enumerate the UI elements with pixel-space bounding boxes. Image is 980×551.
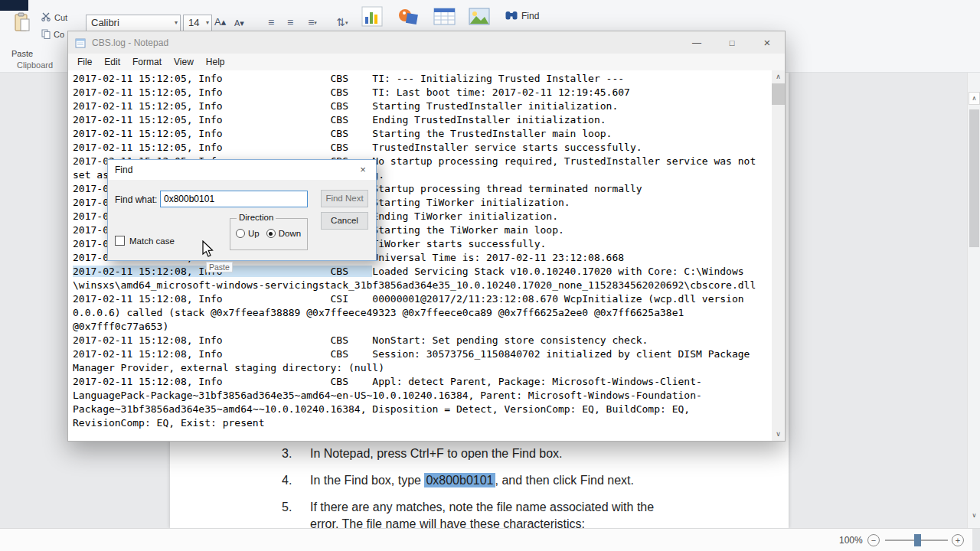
find-dialog-body: Find what: Find Next Cancel Direction Up…	[108, 180, 376, 260]
log-line: 2017-02-11 15:12:05, Info CBS TrustedIns…	[73, 141, 772, 155]
menu-help[interactable]: Help	[200, 54, 231, 70]
paste-tooltip: Paste	[206, 262, 233, 272]
dialog-close-button[interactable]: ×	[350, 160, 376, 180]
zoom-in-button[interactable]: +	[952, 534, 964, 546]
list-text: In Notepad, press Ctrl+F to open the Fin…	[310, 447, 563, 460]
line-spacing-icon: ⇅	[336, 16, 345, 28]
decrease-indent-button[interactable]: ≡	[262, 16, 280, 31]
minimize-button[interactable]: —	[679, 31, 714, 54]
menu-file[interactable]: File	[71, 54, 98, 70]
log-line-rest: Loaded Servicing Stack v10.0.10240.17020…	[372, 266, 743, 277]
notepad-vertical-scrollbar[interactable]: ∧ ∨	[772, 70, 785, 441]
scroll-up-button[interactable]: ∧	[969, 92, 980, 105]
paste-button[interactable]: Paste	[6, 11, 38, 61]
find-next-button[interactable]: Find Next	[321, 190, 368, 207]
list-number: 5.	[282, 500, 310, 514]
log-line: Manager Provider, external staging direc…	[73, 361, 772, 375]
cancel-button[interactable]: Cancel	[321, 212, 368, 230]
find-what-input[interactable]	[160, 191, 308, 207]
log-line: 2017-02-11 15:12:05, Info CBS TI: --- In…	[73, 72, 772, 86]
find-what-label: Find what:	[115, 194, 157, 205]
chevron-up-icon: ∧	[972, 95, 977, 102]
binoculars-icon	[505, 10, 518, 22]
match-case-label: Match case	[129, 236, 175, 246]
scroll-up-button[interactable]: ∧	[772, 70, 785, 83]
menu-format[interactable]: Format	[126, 54, 168, 70]
close-icon: ×	[764, 36, 771, 49]
radio-unchecked-icon	[236, 229, 245, 238]
find-dialog-titlebar[interactable]: Find	[108, 160, 376, 180]
copy-label: Co	[54, 30, 64, 39]
close-button[interactable]: ×	[750, 31, 785, 54]
chevron-down-icon: ▾	[175, 19, 178, 26]
zoom-out-button[interactable]: −	[867, 534, 880, 546]
notepad-titlebar[interactable]: CBS.log - Notepad — □ ×	[68, 31, 785, 54]
copy-button[interactable]: Co	[41, 28, 64, 41]
list-number: 3.	[282, 447, 310, 461]
match-case-checkbox[interactable]: Match case	[115, 236, 175, 246]
scrollbar-thumb[interactable]	[969, 109, 979, 247]
find-dialog: Find × Find what: Find Next Cancel Direc…	[107, 159, 377, 261]
log-line: 0.0.0.6) called (stack @0x7ffeeaf38889 @…	[73, 306, 772, 320]
font-name-value: Calibri	[91, 17, 119, 28]
scrollbar-thumb[interactable]	[772, 83, 785, 105]
notepad-menubar: File Edit Format View Help	[68, 54, 785, 70]
log-line: 2017-02-11 15:12:05, Info CBS Starting t…	[73, 127, 772, 141]
clipboard-group-label: Clipboard	[17, 60, 53, 70]
direction-label: Direction	[237, 213, 276, 222]
screen: Paste Cut Co Clipboard Calibri ▾ 14 ▾ A▴…	[0, 0, 980, 551]
table-icon[interactable]	[433, 5, 456, 31]
picture-icon[interactable]	[469, 5, 490, 31]
chart-icon[interactable]	[361, 5, 383, 31]
word-status-bar: 100% − +	[0, 528, 980, 551]
font-size-select[interactable]: 14 ▾	[183, 15, 212, 31]
direction-groupbox: Direction Up Down	[230, 218, 308, 250]
maximize-icon: □	[730, 38, 735, 47]
minus-icon: −	[871, 536, 876, 545]
chevron-down-icon: ▾	[206, 19, 209, 26]
font-name-select[interactable]: Calibri ▾	[86, 15, 181, 31]
cut-button[interactable]: Cut	[41, 11, 67, 24]
clipboard-icon	[14, 12, 31, 34]
maximize-button[interactable]: □	[714, 31, 750, 54]
paste-label: Paste	[11, 49, 33, 58]
dialog-title: Find	[115, 165, 132, 175]
down-label: Down	[279, 229, 301, 238]
log-line: @0x7fff0c77a653)	[73, 320, 772, 334]
log-line: RevisionComp: EQ, Exist: present	[73, 416, 772, 430]
highlighted-search-term: 0x800b0101	[424, 473, 495, 487]
log-line: 2017-02-11 15:12:08, Info CBS NonStart: …	[73, 334, 772, 347]
menu-edit[interactable]: Edit	[98, 54, 126, 70]
log-line: 2017-02-11 15:12:08, Info CBS Session: 3…	[73, 347, 772, 361]
log-line: 2017-02-11 15:12:05, Info CBS TI: Last b…	[73, 86, 772, 99]
menu-view[interactable]: View	[168, 54, 200, 70]
shrink-font-button[interactable]: A▾	[234, 18, 244, 28]
log-line: 2017-02-11 15:12:05, Info CBS Ending Tru…	[73, 113, 772, 127]
log-line: \winsxs\amd64_microsoft-windows-servicin…	[73, 279, 772, 292]
log-line: 2017-02-11 15:12:08, Info CBS Appl: dete…	[73, 375, 772, 389]
grow-font-button[interactable]: A▴	[214, 16, 226, 28]
chevron-up-icon: ∧	[776, 73, 781, 80]
zoom-slider-thumb[interactable]	[914, 534, 921, 546]
doc-list-item-3: 3.In Notepad, press Ctrl+F to open the F…	[282, 447, 563, 461]
find-label: Find	[521, 11, 539, 21]
increase-indent-button[interactable]: ≡	[281, 16, 299, 31]
find-button[interactable]: Find	[505, 10, 539, 22]
scroll-down-button[interactable]: ∨	[969, 509, 980, 522]
chevron-down-icon: ∨	[972, 512, 977, 519]
clipart-icon[interactable]	[397, 5, 419, 31]
zoom-level-label[interactable]: 100%	[839, 535, 863, 546]
list-text-before: In the Find box, type	[310, 474, 424, 487]
direction-down-radio[interactable]: Down	[266, 229, 301, 238]
line-spacing-button[interactable]: ⇅▾	[329, 16, 355, 31]
minimize-icon: —	[692, 37, 701, 48]
radio-checked-icon	[266, 229, 276, 238]
copy-icon	[41, 29, 51, 41]
checkbox-unchecked-icon	[115, 236, 125, 246]
scroll-down-button[interactable]: ∨	[772, 428, 785, 441]
word-vertical-scrollbar[interactable]: ∧ ∨	[967, 73, 980, 528]
list-button[interactable]: ≡▾	[300, 16, 325, 31]
direction-up-radio[interactable]: Up	[236, 229, 260, 238]
indent-decrease-icon: ≡	[268, 16, 274, 28]
chevron-down-icon: ▾	[314, 20, 317, 25]
